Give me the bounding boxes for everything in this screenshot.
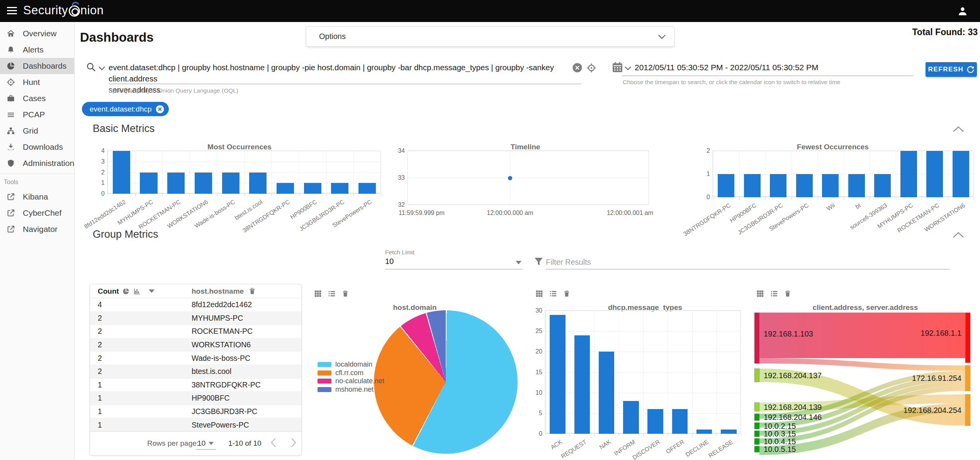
sankey-node[interactable] <box>754 438 759 445</box>
pie-chart-toggle-icon[interactable] <box>122 288 130 295</box>
column-header-hostname[interactable]: host.hostname <box>192 287 244 296</box>
bar[interactable] <box>696 430 712 434</box>
table-row[interactable]: 48fd12edd2dc1462 <box>90 298 301 312</box>
table-row[interactable]: 2ROCKETMAN-PC <box>90 325 301 338</box>
bar[interactable] <box>770 174 786 197</box>
prev-page-icon[interactable] <box>271 438 276 448</box>
table-row[interactable]: 2WORKSTATION6 <box>90 338 301 352</box>
sidebar-item-kibana[interactable]: Kibana <box>0 189 74 205</box>
bar[interactable] <box>822 174 839 197</box>
trash-icon[interactable] <box>248 287 256 295</box>
bar[interactable] <box>647 409 663 434</box>
bar[interactable] <box>195 172 212 194</box>
timespan-input[interactable]: 2012/05/11 05:30:52 PM - 2022/05/11 05:3… <box>635 63 819 72</box>
column-header-count[interactable]: Count <box>98 287 119 296</box>
bar[interactable] <box>874 174 891 197</box>
filter-results-input[interactable]: Filter Results <box>546 258 591 267</box>
sidebar-item-cyberchef[interactable]: CyberChef <box>0 205 74 221</box>
sankey-node[interactable] <box>965 365 970 391</box>
remove-filter-icon[interactable] <box>156 105 164 113</box>
timespan-chevron-icon[interactable] <box>625 66 631 70</box>
sidebar-item-cases[interactable]: Cases <box>0 90 74 107</box>
sankey-node-label: 192.168.1.103 <box>764 330 813 338</box>
query-expand-chevron-icon[interactable] <box>99 66 105 70</box>
bar[interactable] <box>167 172 185 194</box>
bar[interactable] <box>140 172 157 194</box>
next-page-icon[interactable] <box>291 438 296 448</box>
bar[interactable] <box>926 151 943 197</box>
bar[interactable] <box>672 409 688 434</box>
data-point[interactable] <box>508 176 512 180</box>
bar[interactable] <box>599 352 615 434</box>
table-row[interactable]: 2btest.is.cool <box>90 365 301 379</box>
crosshair-filter-icon[interactable] <box>586 63 596 73</box>
bar[interactable] <box>550 315 566 434</box>
bar[interactable] <box>113 151 130 194</box>
table-row[interactable]: 1JC3GB6JRD3R-PC <box>90 405 301 419</box>
table-row[interactable]: 1HP900BFC <box>90 392 301 405</box>
sidebar-item-hunt[interactable]: Hunt <box>0 74 74 90</box>
menu-hamburger-icon[interactable] <box>7 7 17 15</box>
sidebar-item-alerts[interactable]: Alerts <box>0 42 74 58</box>
collapse-group-metrics-icon[interactable] <box>953 232 964 238</box>
bar[interactable] <box>574 335 590 434</box>
brand-text-suffix: nion <box>80 3 104 17</box>
bar[interactable] <box>900 151 917 197</box>
bar[interactable] <box>623 401 639 434</box>
bar[interactable] <box>744 174 761 197</box>
filter-chip[interactable]: event.dataset:dhcp <box>82 102 169 116</box>
sort-caret-icon[interactable] <box>149 289 155 293</box>
rows-per-page-underline <box>196 449 216 450</box>
bar-chart-toggle-icon[interactable] <box>133 288 141 295</box>
sidebar-item-downloads[interactable]: Downloads <box>0 139 74 155</box>
bar[interactable] <box>249 172 267 194</box>
bar[interactable] <box>848 174 865 197</box>
sankey-node[interactable] <box>754 446 759 452</box>
table-row[interactable]: 2Wade-is-boss-PC <box>90 352 301 365</box>
bar[interactable] <box>222 172 239 194</box>
pie-graphic[interactable] <box>374 310 518 454</box>
sankey-node[interactable] <box>965 313 970 363</box>
table-row[interactable]: 2MYHUMPS-PC <box>90 312 301 325</box>
sidebar-item-overview[interactable]: Overview <box>0 25 74 42</box>
rows-per-page-select[interactable]: 10 <box>197 439 206 448</box>
options-dropdown[interactable]: Options <box>306 26 674 47</box>
table-row[interactable]: 1StevePowers-PC <box>90 418 301 432</box>
rows-per-page-caret-icon[interactable] <box>209 442 214 445</box>
bar[interactable] <box>796 174 813 197</box>
clear-query-icon[interactable] <box>572 63 582 73</box>
legend-item[interactable]: localdomain <box>318 360 384 369</box>
sidebar-item-grid[interactable]: Grid <box>0 123 74 139</box>
sankey-node[interactable] <box>754 313 759 364</box>
sankey-node[interactable] <box>754 402 759 411</box>
table-row[interactable]: 138NTRGDFQKR-PC <box>90 379 301 392</box>
legend-item[interactable]: cfl.rr.com <box>318 369 384 377</box>
fetch-limit-select[interactable]: 10 <box>385 257 394 266</box>
sidebar-item-administration[interactable]: Administration <box>0 155 74 171</box>
user-account-icon[interactable] <box>957 6 968 17</box>
sankey-node[interactable] <box>965 394 970 426</box>
sankey-node[interactable] <box>754 431 759 437</box>
sidebar-item-navigator[interactable]: Navigator <box>0 221 74 237</box>
legend-item[interactable]: no-calculate.net <box>318 377 384 386</box>
sankey-link[interactable] <box>759 358 965 371</box>
sidebar-item-dashboards[interactable]: Dashboards <box>0 58 74 74</box>
sankey-node[interactable] <box>754 369 759 382</box>
bar[interactable] <box>277 183 294 194</box>
sankey-node[interactable] <box>754 423 759 429</box>
sankey-node[interactable] <box>754 414 759 421</box>
bar[interactable] <box>304 183 321 194</box>
axis-tick <box>217 194 217 196</box>
bar[interactable] <box>953 151 969 197</box>
collapse-basic-metrics-icon[interactable] <box>953 126 964 133</box>
refresh-button[interactable]: REFRESH <box>926 62 977 77</box>
y-tick-label: 10 <box>528 389 542 396</box>
bar[interactable] <box>721 430 737 434</box>
legend-item[interactable]: mshome.net <box>318 386 384 394</box>
sidebar-item-pcap[interactable]: PCAP <box>0 107 74 123</box>
bar[interactable] <box>358 183 376 194</box>
fetch-limit-caret-icon[interactable] <box>516 261 521 264</box>
bar[interactable] <box>331 183 348 194</box>
bar[interactable] <box>718 174 734 197</box>
calendar-icon[interactable] <box>612 62 623 73</box>
